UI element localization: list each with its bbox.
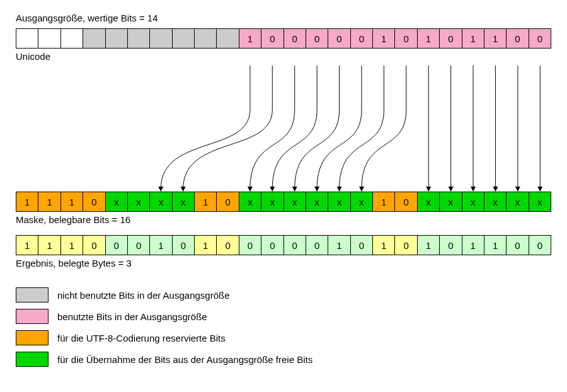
unicode-bit-0 — [16, 28, 38, 49]
unicode-bit-15: 0 — [350, 28, 373, 49]
mask-bit-11: x — [261, 192, 284, 212]
result-bit-6: 1 — [149, 235, 172, 255]
unicode-bit-20: 1 — [462, 28, 484, 49]
unicode-bit-13: 0 — [306, 28, 328, 49]
unicode-bit-4 — [105, 28, 128, 49]
result-bit-4: 0 — [105, 235, 128, 255]
unicode-bit-10: 1 — [239, 28, 261, 49]
mask-bit-9: 0 — [216, 192, 239, 212]
result-bit-17: 0 — [394, 235, 417, 255]
result-label: Ergebnis, belegte Bytes = 3 — [16, 258, 551, 268]
mask-bit-2: 1 — [60, 192, 83, 212]
unicode-row: 10000010101100 — [16, 28, 551, 49]
unicode-bit-14: 0 — [328, 28, 350, 49]
mask-bit-4: x — [105, 192, 128, 212]
unicode-bit-7 — [172, 28, 195, 49]
result-bit-9: 0 — [216, 235, 239, 255]
result-bit-16: 1 — [372, 235, 395, 255]
result-bit-11: 0 — [261, 235, 284, 255]
unicode-bit-22: 0 — [506, 28, 529, 49]
arrow-11-7 — [183, 66, 273, 189]
result-bit-19: 0 — [439, 235, 462, 255]
mask-bit-17: 0 — [394, 192, 417, 212]
mask-bit-23: x — [529, 192, 551, 212]
legend-swatch-0 — [16, 287, 49, 303]
unicode-bit-9 — [216, 28, 239, 49]
mask-bit-1: 1 — [38, 192, 60, 212]
mask-bit-22: x — [506, 192, 529, 212]
title: Ausgangsgröße, wertige Bits = 14 — [16, 13, 551, 23]
mask-bit-3: 0 — [83, 192, 105, 212]
mask-bit-5: x — [127, 192, 150, 212]
result-row: 111000101000001010101100 — [16, 235, 551, 255]
result-bit-18: 1 — [417, 235, 440, 255]
legend-swatch-2 — [16, 330, 49, 345]
mask-bit-8: 1 — [194, 192, 217, 212]
legend-item-0: nicht benutzte Bits in der Ausgangsgröße — [16, 287, 551, 303]
mask-bit-6: x — [149, 192, 172, 212]
legend-item-3: für die Übernahme der Bits aus der Ausga… — [16, 352, 551, 367]
arrow-10-6 — [161, 66, 250, 189]
mask-label: Maske, belegbare Bits = 16 — [16, 214, 551, 225]
result-bit-13: 0 — [306, 235, 328, 255]
legend-label-3: für die Übernahme der Bits aus der Ausga… — [57, 354, 312, 365]
mask-bit-19: x — [439, 192, 462, 212]
result-bit-8: 1 — [194, 235, 217, 255]
legend: nicht benutzte Bits in der Ausgangsgröße… — [16, 287, 551, 367]
mask-bit-0: 1 — [16, 192, 38, 212]
mask-bit-14: x — [328, 192, 350, 212]
unicode-bit-23: 0 — [529, 28, 551, 49]
result-bit-5: 0 — [127, 235, 150, 255]
mask-bit-10: x — [239, 192, 261, 212]
legend-label-2: für die UTF-8-Codierung reservierte Bits — [57, 333, 226, 343]
mask-bit-15: x — [350, 192, 373, 212]
result-bit-1: 1 — [38, 235, 60, 255]
mask-bit-13: x — [306, 192, 328, 212]
result-bit-22: 0 — [506, 235, 529, 255]
unicode-bit-12: 0 — [284, 28, 306, 49]
unicode-bit-19: 0 — [439, 28, 462, 49]
result-bit-21: 1 — [484, 235, 507, 255]
result-bit-7: 0 — [172, 235, 195, 255]
arrow-area — [16, 66, 551, 192]
mask-row: 1110xxxx10xxxxxx10xxxxxx — [16, 192, 551, 212]
unicode-bit-18: 1 — [417, 28, 440, 49]
legend-label-0: nicht benutzte Bits in der Ausgangsgröße — [57, 290, 230, 301]
unicode-bit-8 — [194, 28, 217, 49]
unicode-bit-3 — [83, 28, 105, 49]
result-bit-15: 0 — [350, 235, 373, 255]
result-bit-3: 0 — [83, 235, 105, 255]
mask-bit-18: x — [417, 192, 440, 212]
unicode-bit-17: 0 — [394, 28, 417, 49]
result-bit-0: 1 — [16, 235, 38, 255]
mask-bit-7: x — [172, 192, 195, 212]
unicode-bit-2 — [60, 28, 83, 49]
result-bit-12: 0 — [284, 235, 306, 255]
result-bit-10: 0 — [239, 235, 261, 255]
legend-item-2: für die UTF-8-Codierung reservierte Bits — [16, 330, 551, 345]
result-bit-2: 1 — [60, 235, 83, 255]
unicode-bit-16: 1 — [372, 28, 395, 49]
legend-swatch-3 — [16, 352, 49, 367]
unicode-label: Unicode — [16, 51, 551, 62]
mask-bit-16: 1 — [372, 192, 395, 212]
legend-item-1: benutzte Bits in der Ausgangsgröße — [16, 309, 551, 324]
mask-bit-12: x — [284, 192, 306, 212]
unicode-bit-1 — [38, 28, 60, 49]
mask-bit-20: x — [462, 192, 484, 212]
legend-label-1: benutzte Bits in der Ausgangsgröße — [57, 311, 207, 322]
result-bit-20: 1 — [462, 235, 484, 255]
mask-bit-21: x — [484, 192, 507, 212]
unicode-bit-21: 1 — [484, 28, 507, 49]
unicode-bit-5 — [127, 28, 150, 49]
result-bit-14: 1 — [328, 235, 350, 255]
unicode-bit-11: 0 — [261, 28, 284, 49]
result-bit-23: 0 — [529, 235, 551, 255]
unicode-bit-6 — [149, 28, 172, 49]
legend-swatch-1 — [16, 309, 49, 324]
